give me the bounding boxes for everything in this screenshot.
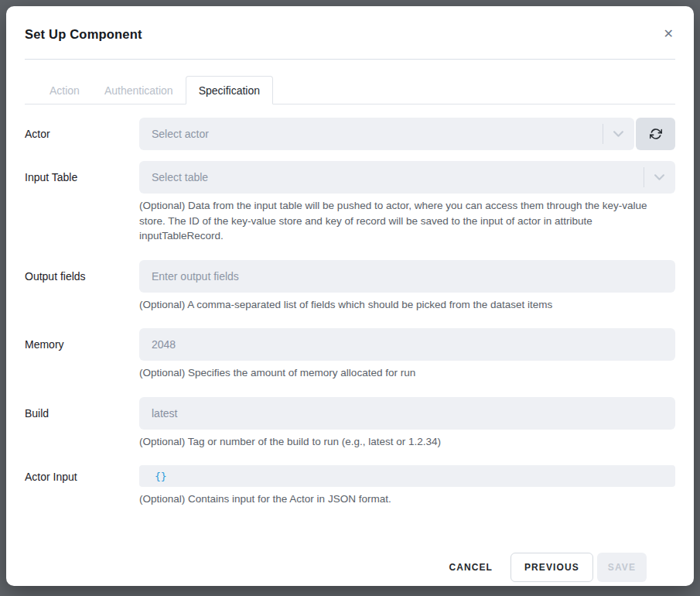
field-label-output-fields: Output fields (25, 260, 139, 313)
field-row-actor-input: Actor Input {} (Optional) Contains input… (25, 465, 675, 507)
tab-specification[interactable]: Specification (186, 76, 273, 104)
input-table-select-placeholder: Select table (152, 171, 644, 183)
specification-form: Actor Select actor (6, 104, 694, 582)
chevron-down-icon (654, 174, 664, 180)
actor-select[interactable]: Select actor (139, 118, 634, 150)
field-label-actor: Actor (25, 118, 139, 150)
refresh-button[interactable] (636, 118, 675, 150)
actor-input-code-value: {} (155, 471, 167, 482)
input-table-select[interactable]: Select table (139, 161, 675, 194)
close-icon[interactable]: ✕ (662, 25, 675, 43)
actor-input-help-text: (Optional) Contains input for the Actor … (139, 492, 675, 507)
tab-action[interactable]: Action (37, 77, 92, 104)
output-fields-input[interactable] (139, 260, 675, 293)
chevron-down-icon (613, 131, 623, 137)
setup-component-modal: Set Up Component ✕ Action Authentication… (6, 6, 694, 586)
tab-authentication[interactable]: Authentication (92, 77, 186, 104)
field-label-memory: Memory (25, 328, 139, 381)
field-label-build: Build (25, 397, 139, 450)
field-row-memory: Memory (Optional) Specifies the amount o… (25, 328, 675, 381)
build-help-text: (Optional) Tag or number of the build to… (139, 434, 675, 450)
field-label-input-table: Input Table (25, 161, 139, 244)
field-row-build: Build (Optional) Tag or number of the bu… (25, 397, 675, 450)
field-row-output-fields: Output fields (Optional) A comma-separat… (25, 260, 675, 313)
output-fields-help-text: (Optional) A comma-separated list of fie… (139, 297, 675, 313)
cancel-button[interactable]: CANCEL (435, 553, 507, 582)
select-divider (603, 124, 603, 144)
modal-footer: CANCEL PREVIOUS SAVE (25, 523, 675, 582)
modal-title: Set Up Component (25, 27, 142, 42)
select-divider (644, 167, 644, 187)
input-table-help-text: (Optional) Data from the input table wil… (139, 198, 675, 244)
actor-select-placeholder: Select actor (152, 128, 603, 140)
save-button[interactable]: SAVE (597, 553, 647, 582)
refresh-icon (650, 128, 662, 140)
memory-help-text: (Optional) Specifies the amount of memor… (139, 365, 675, 381)
field-row-actor: Actor Select actor (25, 118, 675, 150)
field-label-actor-input: Actor Input (25, 465, 139, 507)
previous-button[interactable]: PREVIOUS (510, 553, 593, 582)
field-row-input-table: Input Table Select table (Optional) Data… (25, 161, 675, 244)
modal-backdrop: { "modal": { "title": "Set Up Component"… (0, 0, 700, 596)
modal-header: Set Up Component ✕ (25, 6, 675, 60)
tab-bar: Action Authentication Specification (25, 76, 675, 104)
build-input[interactable] (139, 397, 675, 430)
actor-input-editor[interactable]: {} (139, 465, 675, 487)
memory-input[interactable] (139, 328, 675, 361)
